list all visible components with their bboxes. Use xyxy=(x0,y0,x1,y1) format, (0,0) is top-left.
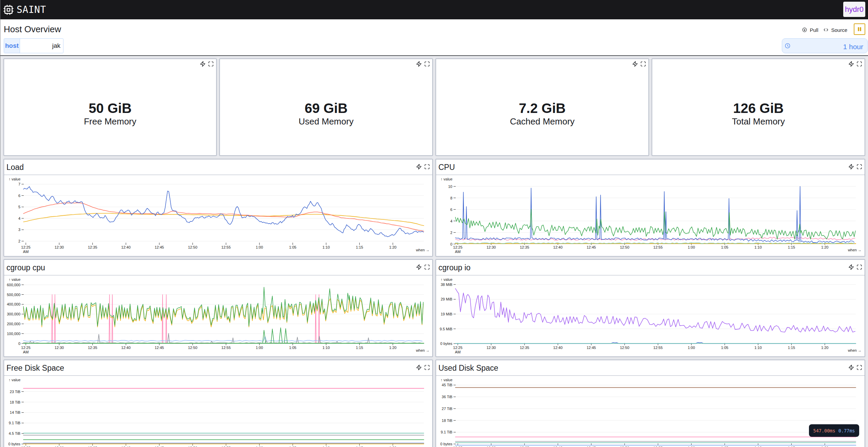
svg-text:1:10: 1:10 xyxy=(322,245,329,249)
svg-text:12:35: 12:35 xyxy=(88,245,97,249)
pause-button[interactable] xyxy=(854,23,865,35)
svg-text:7: 7 xyxy=(18,182,20,186)
host-filter-chip[interactable]: host jak xyxy=(4,38,63,53)
maximize-icon[interactable] xyxy=(856,61,862,67)
svg-text:when →: when → xyxy=(416,248,430,252)
source-button[interactable]: Source xyxy=(824,27,847,33)
svg-text:12:30: 12:30 xyxy=(55,346,64,350)
svg-text:1:05: 1:05 xyxy=(721,446,728,447)
svg-text:12:40: 12:40 xyxy=(553,446,563,447)
zap-icon[interactable] xyxy=(416,61,422,67)
svg-text:AM: AM xyxy=(455,350,461,354)
svg-text:1:20: 1:20 xyxy=(389,446,396,447)
clock-icon xyxy=(785,43,790,48)
svg-text:12:45: 12:45 xyxy=(587,245,596,249)
svg-text:1:00: 1:00 xyxy=(256,446,263,447)
maximize-icon[interactable] xyxy=(640,61,646,67)
chart-used-disk-space[interactable]: 0 bytes9.1 TiB18 TiB27 TiB36 TiB45 TiB12… xyxy=(436,376,865,447)
zap-icon[interactable] xyxy=(848,164,854,170)
svg-text:12:50: 12:50 xyxy=(188,446,197,447)
chart-cpu[interactable]: 024681012:25AM12:3012:3512:4012:4512:501… xyxy=(436,175,865,257)
svg-text:when →: when → xyxy=(848,248,862,252)
svg-text:1:20: 1:20 xyxy=(821,245,828,249)
stat-label: Free Memory xyxy=(4,115,216,128)
panel-title: CPU xyxy=(438,163,455,172)
svg-text:300,000: 300,000 xyxy=(7,312,20,316)
chart-panel-free-disk: Free Disk Space0 bytes4.5 TiB9.1 TiB14 T… xyxy=(4,360,433,447)
svg-text:45 TiB: 45 TiB xyxy=(442,383,452,387)
svg-text:1:10: 1:10 xyxy=(754,346,761,350)
svg-text:AM: AM xyxy=(23,249,29,253)
maximize-icon[interactable] xyxy=(856,365,862,370)
svg-text:18 TiB: 18 TiB xyxy=(10,400,20,404)
svg-text:1:05: 1:05 xyxy=(721,245,728,249)
maximize-icon[interactable] xyxy=(856,164,862,170)
svg-text:1:15: 1:15 xyxy=(788,446,795,447)
svg-text:12:45: 12:45 xyxy=(155,245,164,249)
zap-icon[interactable] xyxy=(416,164,422,170)
zap-icon[interactable] xyxy=(848,61,854,67)
maximize-icon[interactable] xyxy=(424,61,430,67)
time-range-picker[interactable]: 1 hour xyxy=(782,38,868,53)
pause-icon xyxy=(857,26,862,32)
zap-icon[interactable] xyxy=(848,365,854,370)
chart-cgroup-cpu[interactable]: 0100,000200,000300,000400,000500,000600,… xyxy=(4,275,432,357)
svg-text:9.1 TiB: 9.1 TiB xyxy=(9,421,20,425)
dashboard-content: 50 GiB Free Memory 69 GiB Used Memory 7.… xyxy=(0,56,868,447)
svg-text:12:30: 12:30 xyxy=(55,245,64,249)
svg-text:12:35: 12:35 xyxy=(88,346,97,350)
maximize-icon[interactable] xyxy=(424,164,430,170)
svg-text:when →: when → xyxy=(416,348,430,352)
svg-text:0: 0 xyxy=(18,342,20,346)
brand-title: SAINT xyxy=(17,4,46,15)
chart-free-disk-space[interactable]: 0 bytes4.5 TiB9.1 TiB14 TiB18 TiB23 TiB1… xyxy=(4,376,432,447)
user-button[interactable]: hydr0 xyxy=(843,2,865,17)
svg-text:12:25: 12:25 xyxy=(453,346,463,350)
svg-text:12:30: 12:30 xyxy=(487,446,496,447)
svg-text:12:50: 12:50 xyxy=(620,346,629,350)
svg-text:12:35: 12:35 xyxy=(88,446,97,447)
chart-load[interactable]: 23456712:25AM12:3012:3512:4012:4512:5012… xyxy=(4,175,432,257)
svg-text:23 TiB: 23 TiB xyxy=(10,390,20,394)
svg-text:1:15: 1:15 xyxy=(788,245,795,249)
svg-text:12:40: 12:40 xyxy=(121,446,131,447)
svg-text:1:15: 1:15 xyxy=(356,346,363,350)
maximize-icon[interactable] xyxy=(208,61,214,67)
svg-text:↑ value: ↑ value xyxy=(9,378,21,382)
panel-title: Load xyxy=(6,163,24,172)
svg-text:1:05: 1:05 xyxy=(289,245,296,249)
cpu-chip-icon xyxy=(3,4,14,15)
maximize-icon[interactable] xyxy=(856,264,862,270)
svg-text:1:10: 1:10 xyxy=(322,346,329,350)
svg-text:6: 6 xyxy=(18,193,20,197)
zap-icon[interactable] xyxy=(416,365,422,370)
svg-text:29 MiB: 29 MiB xyxy=(441,297,452,301)
stat-label: Used Memory xyxy=(220,115,432,128)
svg-text:38 MiB: 38 MiB xyxy=(441,283,452,287)
stat-panel-cached-memory: 7.2 GiB Cached Memory xyxy=(436,59,649,156)
svg-text:8: 8 xyxy=(450,196,452,200)
svg-text:1:00: 1:00 xyxy=(256,346,263,350)
maximize-icon[interactable] xyxy=(424,365,430,370)
svg-text:2: 2 xyxy=(18,239,20,243)
zap-icon[interactable] xyxy=(632,61,638,67)
svg-text:19 MiB: 19 MiB xyxy=(441,312,452,316)
host-filter-value[interactable]: jak xyxy=(20,39,63,53)
svg-text:0 bytes: 0 bytes xyxy=(8,442,21,446)
svg-text:1:00: 1:00 xyxy=(688,245,695,249)
zap-icon[interactable] xyxy=(848,264,854,270)
pull-button[interactable]: Pull xyxy=(802,27,818,33)
page-header: Host Overview host jak Pull Source 1 hou… xyxy=(0,19,868,55)
stat-value: 69 GiB xyxy=(220,101,432,116)
svg-text:3: 3 xyxy=(18,228,20,232)
zap-icon[interactable] xyxy=(200,61,206,67)
svg-text:12:25: 12:25 xyxy=(21,446,31,447)
maximize-icon[interactable] xyxy=(424,264,430,270)
svg-text:1:20: 1:20 xyxy=(821,446,828,447)
svg-text:↑ value: ↑ value xyxy=(441,277,453,281)
zap-icon[interactable] xyxy=(416,264,422,270)
chart-panel-cgroup-io: cgroup io0 bytes9.5 MiB19 MiB29 MiB38 Mi… xyxy=(436,259,865,357)
time-range-value: 1 hour xyxy=(790,43,867,51)
svg-text:1:05: 1:05 xyxy=(289,346,296,350)
chart-cgroup-io[interactable]: 0 bytes9.5 MiB19 MiB29 MiB38 MiB12:25AM1… xyxy=(436,275,865,357)
